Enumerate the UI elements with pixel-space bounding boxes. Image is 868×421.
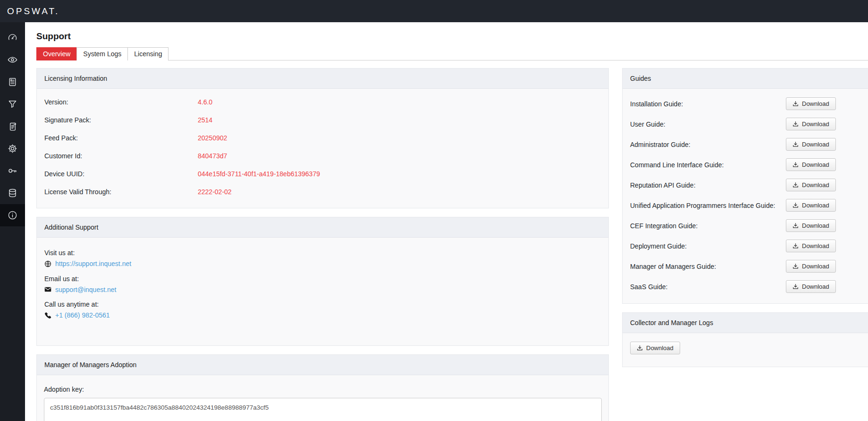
tab-licensing[interactable]: Licensing [127,47,169,60]
top-bar: OPSWAT. [0,0,868,22]
globe-icon [44,260,51,267]
guide-download-button[interactable]: Download [786,158,836,171]
guide-row: User Guide:Download [630,114,868,134]
database-icon [7,188,18,198]
licensing-information-panel: Licensing Information Version: 4.6.0 Sig… [36,68,609,208]
row-label: Device UUID: [44,170,198,178]
key-icon [7,165,18,176]
guide-download-button[interactable]: Download [786,118,836,130]
download-icon [792,263,799,269]
support-phone-link[interactable]: +1 (866) 982-0561 [44,311,110,319]
guide-label: Unified Application Programmers Interfac… [630,202,786,209]
call-us-label: Call us anytime at: [44,301,601,308]
guide-row: Installation Guide:Download [630,94,868,114]
guides-panel: Guides Installation Guide:DownloadUser G… [622,68,868,304]
guides-list: Installation Guide:DownloadUser Guide:Do… [623,89,868,303]
guide-row: CEF Integration Guide:Download [630,215,868,236]
support-website-text: https://support.inquest.net [55,260,131,267]
download-button-label: Download [802,202,829,209]
download-button-label: Download [802,263,829,270]
support-email-text: support@inquest.net [55,286,116,293]
download-button-label: Download [802,181,829,189]
guide-download-button[interactable]: Download [786,179,836,191]
sidebar-item-dashboard[interactable] [0,26,25,49]
guide-row: SaaS Guide:Download [630,276,868,297]
row-value: 20250902 [198,134,227,142]
download-icon [792,182,799,188]
phone-icon [44,312,51,319]
tab-overview[interactable]: Overview [36,47,77,60]
sidebar-item-settings[interactable] [0,137,25,160]
row-label: Signature Pack: [44,116,198,124]
guide-label: Reputation API Guide: [630,181,786,189]
guide-download-button[interactable]: Download [786,240,836,252]
script-policy-icon [7,121,18,132]
download-icon [792,284,799,290]
sidebar-nav [0,22,25,421]
download-button-label: Download [802,161,829,168]
tab-system-logs[interactable]: System Logs [76,47,128,60]
download-button-label: Download [802,283,829,290]
guide-download-button[interactable]: Download [786,219,836,232]
sidebar-item-reports[interactable] [0,71,25,93]
panel-title-mom-adoption: Manager of Managers Adoption [37,355,608,375]
panel-title-guides: Guides [623,69,868,89]
panel-title-licensing: Licensing Information [37,69,608,89]
gauge-dashboard-icon [7,32,18,43]
guide-row: Deployment Guide:Download [630,236,868,256]
report-icon [7,77,18,87]
licensing-row-version: Version: 4.6.0 [44,93,601,111]
guide-label: CEF Integration Guide: [630,222,786,230]
download-button-label: Download [802,242,829,249]
guide-row: Manager of Managers Guide:Download [630,256,868,276]
download-icon [792,141,799,147]
sidebar-item-database[interactable] [0,182,25,204]
download-icon [792,162,799,168]
support-email-link[interactable]: support@inquest.net [44,286,116,293]
download-icon [792,243,799,249]
panel-title-additional-support: Additional Support [37,217,608,238]
support-website-link[interactable]: https://support.inquest.net [44,260,131,267]
guide-download-button[interactable]: Download [786,260,836,273]
guide-row: Command Line Interface Guide:Download [630,155,868,175]
guide-download-button[interactable]: Download [786,199,836,212]
guide-row: Reputation API Guide:Download [630,175,868,195]
guide-download-button[interactable]: Download [786,97,836,110]
download-icon [792,101,799,107]
main-content: Support Overview System Logs Licensing L… [25,22,868,421]
licensing-row-feed-pack: Feed Pack: 20250902 [44,129,601,147]
page-title: Support [36,31,868,42]
row-value: 840473d7 [198,152,227,160]
guide-label: Installation Guide: [630,100,786,108]
guide-row: Administrator Guide:Download [630,134,868,155]
licensing-row-customer-id: Customer Id: 840473d7 [44,147,601,165]
envelope-icon [44,286,51,293]
guide-download-button[interactable]: Download [786,280,836,293]
panel-title-logs: Collector and Manager Logs [623,313,868,333]
additional-support-panel: Additional Support Visit us at: https://… [36,217,609,346]
download-icon [792,223,799,229]
sidebar-item-filters[interactable] [0,93,25,115]
download-button-label: Download [802,120,829,128]
download-button-label: Download [802,222,829,229]
download-button-label: Download [802,100,829,107]
adoption-key-textarea[interactable]: c351f816b91ab0f313157fba4482c786305a8840… [44,398,602,421]
adoption-key-label: Adoption key: [44,386,601,393]
guide-download-button[interactable]: Download [786,138,836,151]
row-label: Version: [44,98,198,106]
sidebar-item-policies[interactable] [0,115,25,137]
guide-label: SaaS Guide: [630,283,786,291]
filter-funnel-icon [7,99,18,110]
guide-row: Unified Application Programmers Interfac… [630,195,868,215]
guide-label: Administrator Guide: [630,141,786,148]
sidebar-item-support[interactable] [0,204,25,226]
logs-download-button[interactable]: Download [630,342,680,354]
row-label: Feed Pack: [44,134,198,142]
licensing-row-device-uuid: Device UUID: 044e15fd-3711-40f1-a419-18e… [44,165,601,183]
download-icon [792,202,799,208]
sidebar-item-credentials[interactable] [0,160,25,182]
sidebar-item-detections[interactable] [0,49,25,71]
licensing-row-signature-pack: Signature Pack: 2514 [44,111,601,129]
licensing-row-valid-through: License Valid Through: 2222-02-02 [44,183,601,201]
tab-bar: Overview System Logs Licensing [36,47,868,60]
